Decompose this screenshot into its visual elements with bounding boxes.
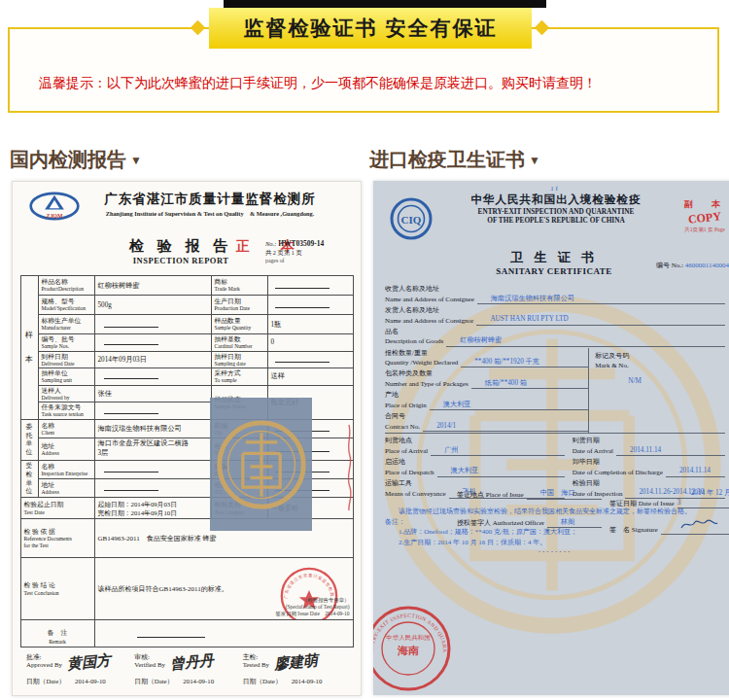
field-label-cn: 到货地点 bbox=[385, 436, 565, 446]
field-label-en: Sampling date bbox=[215, 361, 264, 367]
cert-no-label: 编号 No.: bbox=[656, 262, 683, 269]
group-label: 受检 bbox=[24, 462, 35, 479]
report-title-en: INSPECTION REPORT bbox=[129, 256, 232, 265]
field-label-cn: 到货日期 bbox=[573, 436, 725, 446]
gold-seal-icon bbox=[215, 418, 308, 511]
field-label-en: Means of Conveyance bbox=[385, 490, 446, 499]
field-label-en: Place of Origin bbox=[385, 402, 427, 410]
field-value: 0 bbox=[267, 334, 353, 352]
sig-date: 2014-09-10 bbox=[183, 678, 214, 684]
sig-role-en: Approved By bbox=[26, 661, 62, 668]
field-value: 纸箱/**400 箱 bbox=[471, 379, 527, 387]
field-label-en: Signature bbox=[632, 526, 658, 534]
field-label-en: Remark bbox=[24, 639, 91, 645]
field-label-en: Client bbox=[42, 430, 91, 436]
field-label-cn: 签证日期 bbox=[609, 500, 637, 508]
field-label-cn: 备 注 bbox=[48, 629, 67, 636]
blank-line bbox=[104, 337, 158, 345]
field-label-en: To sample bbox=[215, 377, 264, 383]
field-label-cn: 采样方式 bbox=[215, 369, 264, 377]
sanitary-certificate: 1 f CIQ 中华人民共和国出入境检验检疫 ENTRY-EXIT INSPEC… bbox=[373, 181, 729, 695]
form-field: 收货人名称及地址 Name and Address of Consignee海南… bbox=[385, 284, 725, 304]
field-label-en: Mark & No. bbox=[595, 361, 725, 371]
form-field: 包装种类及数量 Number and Type of Packages纸箱/**… bbox=[385, 368, 588, 389]
form-field: 产地 Place of Origin澳大利亚 bbox=[385, 390, 588, 410]
signature-block: 主检:Tested By廖建萌 日期（Date）2014-09-10 bbox=[243, 653, 351, 686]
field-label-cn: 签 名 bbox=[609, 526, 630, 534]
signature-block: 批准:Approved By黄国方 日期（Date）2014-09-10 bbox=[26, 653, 134, 686]
field-value: 广州 bbox=[431, 446, 458, 454]
table-row: 检 验 结 论Test Conclusion 该样品所检项目符合GB14963-… bbox=[20, 558, 353, 620]
form-field: 卸毕日期 Date of Completion of Discharge2014… bbox=[573, 457, 725, 477]
field-value: 起始日期：2014年09月03日 bbox=[98, 500, 208, 508]
field-label-cn: 检 验 依 据 bbox=[24, 528, 91, 536]
field-value: 2014.11.14 bbox=[616, 446, 661, 454]
sig-date-label: 日期（Date） bbox=[26, 678, 65, 684]
sig-date: 2014-09-10 bbox=[292, 678, 323, 684]
field-label-cn: 产地 bbox=[385, 390, 588, 401]
quantity-mark-group: 报检数量/重量 Quantity /Weight Declared**400 箱… bbox=[385, 348, 725, 434]
field-value: 2014年09月03日 bbox=[94, 351, 211, 368]
field-label-cn: 抽样日期 bbox=[215, 353, 264, 361]
company-seal-overlay bbox=[210, 398, 312, 531]
field-label-en: Date of Arrival bbox=[573, 447, 613, 456]
caret-down-icon: ▼ bbox=[130, 154, 142, 167]
section-title: 国内检测报告 bbox=[10, 149, 126, 170]
field-value: 500g bbox=[94, 296, 211, 315]
field-value: 2014.11.14 bbox=[666, 467, 711, 474]
field-label-cn: 样品名称 bbox=[42, 278, 91, 286]
report-no-value: HWT03509-14 bbox=[278, 239, 324, 248]
field-value: 中国 海口 bbox=[527, 489, 575, 497]
signature-block: 审核:Verified By曾丹丹 日期（Date）2014-09-10 bbox=[134, 653, 242, 686]
issue-date-label-en: Issue Date bbox=[297, 611, 320, 616]
sig-role-cn: 审核: bbox=[134, 653, 149, 660]
field-label-en: Sample Nos. bbox=[42, 343, 91, 349]
field-value: 红柳桉树蜂蜜 bbox=[446, 336, 502, 344]
field-label-cn: 发货人名称及地址 bbox=[385, 305, 725, 316]
form-field: 到货日期 Date of Arrival2014.11.14 bbox=[573, 436, 725, 456]
field-value: 1瓶 bbox=[267, 315, 353, 334]
field-label-cn: 送样人 bbox=[42, 387, 91, 395]
blank-line bbox=[275, 355, 330, 363]
group-label: 单位 bbox=[24, 439, 35, 457]
field-label-en: Delivered by bbox=[42, 395, 91, 401]
ciq-logo-icon: CIQ bbox=[389, 196, 434, 241]
section-header-domestic[interactable]: 国内检测报告▼ bbox=[10, 147, 142, 173]
field-value: 2014/1 bbox=[423, 422, 456, 430]
field-label-en: Delivered Date bbox=[42, 361, 91, 367]
field-label-en: Production Date bbox=[215, 305, 264, 311]
field-label-cn: 编号、批号 bbox=[42, 335, 91, 343]
field-label-en: Place of Issue bbox=[486, 491, 524, 499]
field-label-en: Sample Quantity bbox=[215, 325, 264, 331]
signature-name: 曾丹丹 bbox=[169, 651, 214, 674]
issue-date-label-cn: 签发日期 bbox=[275, 611, 296, 616]
form-field: 签 名 Signature bbox=[609, 518, 729, 535]
sig-role-en: Tested By bbox=[243, 661, 269, 668]
handwritten-signature bbox=[678, 518, 719, 531]
table-row: 编号、批号Sample Nos. 抽样基数Cardinal Number 0 bbox=[20, 334, 353, 352]
pages-label: 共1页第1 页 Page bbox=[678, 227, 729, 234]
field-label-en: for the Test bbox=[24, 542, 91, 548]
org-name-cn: 广东省湛江市质量计量监督检测所 bbox=[81, 191, 339, 208]
field-label-cn: 任务来源文号 bbox=[42, 403, 91, 411]
field-value: 3层 bbox=[98, 449, 208, 459]
signature-name: 廖建萌 bbox=[273, 651, 318, 674]
form-field: 签证日期 Date of Issue2014 年 12 月 3 bbox=[609, 489, 729, 508]
field-value: 海南汉瑞生物科技有限公司 bbox=[94, 419, 211, 438]
section-header-import[interactable]: 进口检疫卫生证书▼ bbox=[369, 147, 540, 173]
field-label-en: Authorized Officer bbox=[493, 519, 544, 527]
group-label: 委托 bbox=[24, 423, 35, 440]
blank-line bbox=[104, 465, 158, 472]
field-label-en: Cardinal Number bbox=[215, 343, 264, 349]
stamp-caption-en: (Special stamp of Test Report) bbox=[275, 604, 349, 611]
field-label-en: Contract No. bbox=[385, 423, 420, 432]
page-annotation: 1 f bbox=[373, 181, 729, 192]
field-label-cn: 检 验 结 论 bbox=[24, 581, 91, 589]
sig-role-cn: 主检: bbox=[243, 653, 258, 660]
field-label-en: Test Date bbox=[24, 509, 91, 515]
field-label-en: Place of Despatch bbox=[385, 469, 434, 477]
notice-text: 温馨提示：以下为此次蜂蜜的进口手续证明，少一项都不能确保是原装进口。购买时请查明… bbox=[39, 75, 597, 92]
field-label-cn: 地址 bbox=[42, 442, 91, 450]
field-value: 海口市金盘开发区建设二横路 bbox=[98, 439, 208, 449]
field-label-en: ProductDescription bbox=[42, 286, 91, 292]
